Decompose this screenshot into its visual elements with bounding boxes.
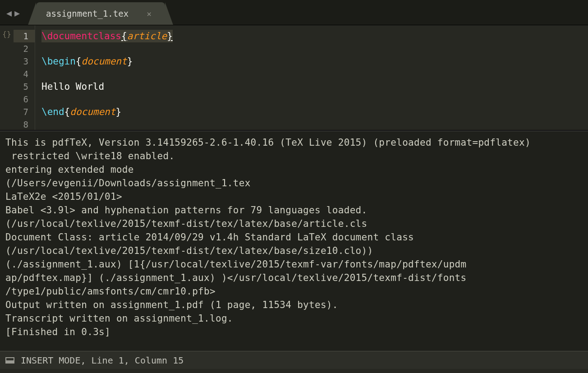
status-bar: INSERT MODE, Line 1, Column 15 (0, 351, 588, 369)
brace: { (64, 106, 70, 117)
code-line (41, 43, 47, 54)
code-line: \end{document} (41, 106, 121, 117)
brace: } (167, 31, 173, 41)
line-number-gutter: 1 2 3 4 5 6 7 8 (14, 25, 35, 130)
tab-bar: ◀ ▶ assignment_1.tex × (0, 0, 588, 25)
panel-toggle-icon[interactable] (5, 357, 14, 364)
line-number[interactable]: 2 (14, 42, 28, 55)
latex-arg: document (70, 106, 115, 117)
brace: } (127, 56, 133, 67)
code-line: Hello World (41, 81, 104, 92)
brace: { (76, 56, 82, 67)
code-line (41, 94, 47, 105)
brace: } (115, 106, 121, 117)
line-number[interactable]: 3 (14, 55, 28, 68)
plain-text: Hello World (41, 81, 104, 92)
latex-command: \end (41, 106, 64, 117)
latex-arg: document (82, 56, 127, 67)
line-number[interactable]: 5 (14, 80, 28, 93)
nav-forward-icon[interactable]: ▶ (14, 8, 20, 18)
code-line: \documentclass{article} (41, 30, 173, 42)
file-tab[interactable]: assignment_1.tex × (36, 2, 165, 25)
fold-gutter: {} (0, 25, 14, 130)
code-line (41, 69, 47, 79)
nav-arrows: ◀ ▶ (4, 8, 23, 25)
latex-command: \documentclass (41, 31, 121, 41)
code-area[interactable]: \documentclass{article} \begin{document}… (35, 25, 588, 130)
latex-command: \begin (41, 56, 76, 67)
latex-arg: article (127, 31, 167, 41)
build-output-panel[interactable]: This is pdfTeX, Version 3.14159265-2.6-1… (0, 131, 588, 351)
code-line: \begin{document} (41, 56, 133, 67)
line-number[interactable]: 1 (14, 30, 35, 42)
code-line (41, 119, 47, 130)
brace: { (121, 31, 127, 41)
status-text: INSERT MODE, Line 1, Column 15 (21, 355, 184, 366)
editor[interactable]: {} 1 2 3 4 5 6 7 8 \documentclass{articl… (0, 25, 588, 131)
line-number[interactable]: 8 (14, 118, 28, 131)
nav-back-icon[interactable]: ◀ (6, 8, 12, 18)
close-tab-icon[interactable]: × (147, 9, 152, 18)
line-number[interactable]: 4 (14, 68, 28, 80)
file-tab-label: assignment_1.tex (46, 9, 129, 18)
line-number[interactable]: 7 (14, 106, 28, 118)
fold-brackets-icon[interactable]: {} (2, 30, 11, 38)
line-number[interactable]: 6 (14, 93, 28, 106)
